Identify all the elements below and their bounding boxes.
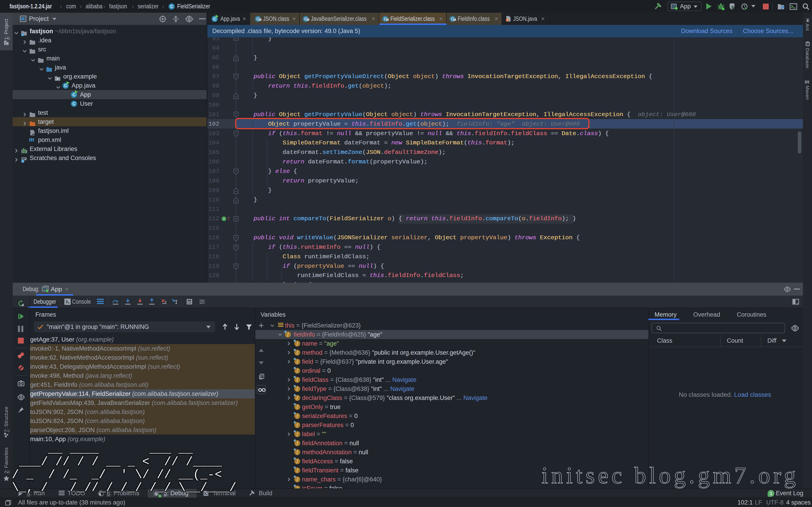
svg-text:J: J xyxy=(507,18,508,21)
